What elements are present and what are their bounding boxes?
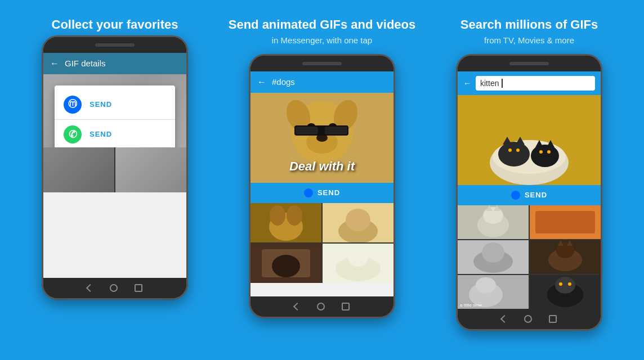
cat-thumb-6[interactable] (530, 275, 601, 309)
nav-square-btn-3[interactable] (549, 315, 557, 323)
section-collect: Collect your favorites ← GIF details (11, 17, 218, 300)
nav-back-btn-3[interactable] (500, 315, 508, 323)
messenger-send-icon (304, 188, 313, 197)
svg-point-40 (483, 207, 503, 224)
phone3-screen: ← kitten (458, 71, 601, 309)
share-whatsapp[interactable]: ✆ SEND (55, 120, 175, 147)
gif-background: ⓜ SEND ✆ SEND (43, 74, 186, 147)
whatsapp-send-label: SEND (90, 130, 112, 138)
svg-point-55 (476, 277, 496, 293)
nav-home-btn-3[interactable] (524, 315, 532, 323)
phone-1: ← GIF details ⓜ SEND (42, 35, 188, 300)
send-button-2[interactable]: SEND (251, 183, 393, 203)
deal-with-it-text: Deal with it (289, 159, 355, 174)
dog-thumb-4[interactable] (323, 244, 393, 283)
svg-point-47 (482, 242, 504, 263)
messenger-send-label: SEND (90, 100, 112, 109)
search-value: kitten (480, 79, 499, 88)
svg-point-32 (516, 148, 520, 152)
cat-thumb-5[interactable]: a little slow (458, 275, 529, 309)
messenger-send-icon-3 (511, 191, 520, 200)
nav-home-btn[interactable] (110, 284, 118, 292)
nav-square-btn-2[interactable] (342, 303, 350, 310)
svg-text:a little slow: a little slow (460, 303, 482, 308)
speaker-2 (302, 62, 342, 65)
send-label-3: SEND (525, 191, 547, 199)
back-arrow-3-icon[interactable]: ← (463, 79, 471, 88)
speaker-1 (95, 43, 135, 47)
section1-title: Collect your favorites (52, 17, 178, 33)
back-arrow-2-icon[interactable]: ← (257, 77, 266, 87)
back-arrow-icon[interactable]: ← (50, 58, 59, 69)
section2-title: Send animated GIFs and videos (229, 17, 416, 33)
svg-point-59 (555, 277, 575, 294)
cat-gif-grid: a little slow (458, 205, 601, 309)
phone2-top (251, 56, 393, 71)
main-cat-gif (458, 95, 601, 185)
share-menu: ⓜ SEND ✆ SEND (55, 86, 175, 147)
section-search: Search millions of GIFs from TV, Movies … (426, 17, 633, 331)
svg-point-37 (547, 150, 551, 154)
svg-point-13 (270, 205, 285, 226)
search-input[interactable]: kitten (476, 76, 595, 91)
phone3-header: ← kitten (458, 71, 601, 95)
svg-point-61 (568, 282, 571, 286)
svg-rect-44 (535, 211, 595, 233)
cat-thumb-2[interactable] (530, 205, 601, 239)
main-container: Collect your favorites ← GIF details (0, 0, 644, 360)
messenger-icon: ⓜ (64, 96, 82, 114)
dog-thumb-2[interactable] (323, 203, 393, 242)
dog-gif-grid (251, 203, 393, 283)
cursor (502, 79, 505, 88)
nav-back-btn[interactable] (86, 284, 94, 292)
phone1-bottom (43, 278, 186, 298)
svg-point-60 (559, 282, 562, 286)
phone-3: ← kitten (456, 54, 602, 331)
svg-rect-9 (296, 127, 318, 134)
svg-point-20 (272, 255, 300, 277)
section2-subtitle: in Messenger, with one tap (272, 35, 372, 45)
section-send: Send animated GIFs and videos in Messeng… (218, 17, 426, 318)
phone1-top (43, 37, 186, 53)
svg-point-28 (498, 142, 530, 166)
svg-point-36 (539, 150, 543, 154)
speaker-3 (509, 62, 549, 65)
svg-point-14 (287, 205, 302, 226)
phone3-top (458, 56, 601, 71)
nav-home-btn-2[interactable] (317, 303, 325, 310)
section3-subtitle: from TV, Movies & more (484, 35, 574, 45)
cat-thumb-4[interactable] (530, 240, 601, 274)
svg-point-33 (531, 145, 559, 167)
phone2-screen: ← #dogs (251, 71, 393, 296)
bottom-gif-2 (115, 147, 186, 192)
phone3-bottom (458, 309, 601, 329)
phone2-bottom (251, 296, 393, 317)
section3-title: Search millions of GIFs (460, 17, 598, 33)
nav-square-btn[interactable] (135, 284, 142, 292)
phone1-screen: ← GIF details ⓜ SEND (43, 53, 186, 278)
phone-2: ← #dogs (249, 54, 395, 318)
phone2-screen-title: #dogs (272, 77, 295, 87)
cat-gif-visual (458, 95, 601, 185)
svg-point-31 (508, 148, 512, 152)
nav-back-btn-2[interactable] (293, 303, 301, 310)
main-dog-gif: Deal with it (251, 93, 393, 183)
phone2-header: ← #dogs (251, 71, 393, 93)
whatsapp-icon: ✆ (64, 125, 82, 143)
phone1-header: ← GIF details (43, 53, 186, 74)
dog-thumb-3[interactable] (251, 244, 321, 283)
svg-rect-10 (325, 127, 347, 134)
cat-thumb-1[interactable] (458, 205, 529, 239)
svg-point-23 (348, 249, 368, 267)
phone1-screen-title: GIF details (65, 58, 106, 68)
dog-thumb-1[interactable] (251, 203, 321, 242)
share-messenger[interactable]: ⓜ SEND (55, 90, 175, 119)
bottom-gif-grid (43, 147, 186, 192)
cat-thumb-3[interactable] (458, 240, 529, 274)
send-button-3[interactable]: SEND (458, 185, 601, 205)
svg-point-17 (346, 209, 370, 231)
send-label-2: SEND (317, 188, 340, 197)
bottom-gif-1 (43, 147, 114, 192)
